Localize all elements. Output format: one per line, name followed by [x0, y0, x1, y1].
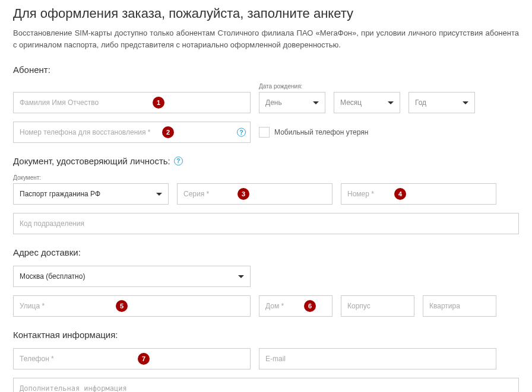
doc-division-input[interactable]	[13, 213, 519, 234]
extra-info-input[interactable]	[13, 378, 519, 392]
chevron-down-icon	[238, 275, 244, 278]
doc-number-input[interactable]	[341, 183, 496, 205]
street-input[interactable]	[13, 295, 251, 317]
phone-lost-checkbox[interactable]	[259, 127, 270, 138]
help-icon[interactable]: ?	[237, 128, 246, 137]
doc-type-label: Документ:	[13, 174, 169, 181]
delivery-city-select[interactable]: Москва (бесплатно)	[13, 266, 251, 287]
section-subscriber-title: Абонент:	[13, 65, 519, 75]
doc-type-value: Паспорт гражданина РФ	[20, 190, 100, 198]
section-delivery-title: Адрес доставки:	[13, 247, 519, 257]
chevron-down-icon	[463, 101, 468, 104]
dob-day-value: День	[265, 98, 282, 107]
dob-year-select[interactable]: Год	[408, 92, 475, 113]
section-document-title-text: Документ, удостоверяющий личность:	[13, 156, 170, 166]
dob-year-value: Год	[415, 98, 426, 107]
page-title: Для оформления заказа, пожалуйста, запол…	[13, 6, 519, 21]
doc-series-input[interactable]	[177, 183, 332, 205]
dob-month-value: Месяц	[340, 98, 362, 107]
building-input[interactable]	[341, 295, 414, 317]
fio-input[interactable]	[13, 92, 251, 113]
apartment-input[interactable]	[423, 295, 496, 317]
restore-phone-input[interactable]	[13, 122, 251, 143]
dob-label: Дата рождения:	[259, 83, 325, 90]
chevron-down-icon	[156, 193, 162, 196]
chevron-down-icon	[313, 101, 319, 104]
contact-phone-input[interactable]	[13, 348, 251, 369]
contact-email-input[interactable]	[259, 348, 496, 369]
section-contact-title: Контактная информация:	[13, 330, 519, 340]
doc-type-select[interactable]: Паспорт гражданина РФ	[13, 183, 169, 205]
house-input[interactable]	[259, 295, 332, 317]
page-description: Восстановление SIM-карты доступно только…	[13, 27, 519, 50]
dob-day-select[interactable]: День	[259, 92, 325, 113]
phone-lost-label: Мобильный телефон утерян	[274, 128, 368, 136]
delivery-city-value: Москва (бесплатно)	[20, 272, 85, 281]
chevron-down-icon	[388, 101, 394, 104]
help-icon[interactable]: ?	[174, 157, 183, 165]
dob-month-select[interactable]: Месяц	[334, 92, 400, 113]
section-document-title: Документ, удостоверяющий личность: ?	[13, 156, 519, 166]
